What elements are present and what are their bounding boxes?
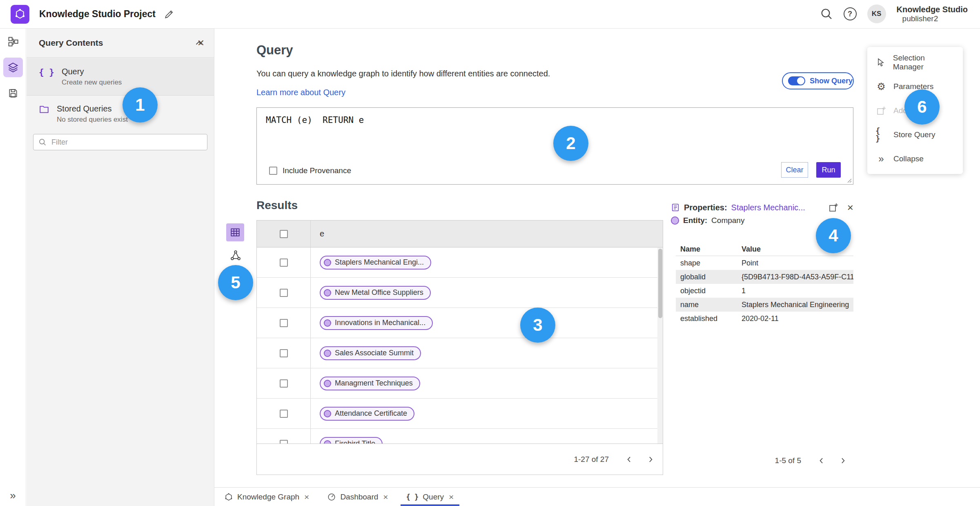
layers-icon[interactable] [3,58,23,77]
braces-icon: { } [39,67,54,95]
provenance-checkbox[interactable] [269,167,277,175]
entity-type-value: Company [711,216,744,225]
add-to-selection-icon[interactable] [829,203,838,212]
annotation-badge-2: 2 [553,126,588,161]
property-row[interactable]: name Staplers Mechanical Engineering [676,298,853,312]
panel-header: Query Contents × [27,28,214,58]
provenance-label: Include Provenance [283,166,351,175]
user-role: publisher2 [897,14,968,24]
show-query-label: Show Query [810,77,853,85]
header-actions: ? KS Knowledge Studio publisher2 [820,4,968,24]
entity-chip[interactable]: Sales Associate Summit [320,346,421,360]
properties-pagination-range: 1-5 of 5 [775,456,801,465]
main-content: Query You can query a knowledge graph to… [214,28,980,487]
row-checkbox[interactable] [280,289,288,297]
query-contents-panel: Query Contents × { } Query Create new qu… [27,28,214,506]
entity-chip[interactable]: Managment Techniques [320,377,420,390]
menu-item-collapse[interactable]: » Collapse [867,147,963,171]
previous-page-icon[interactable] [621,451,637,468]
gear-icon: ⚙ [875,82,887,91]
braces-icon: { } [406,493,419,501]
graph-view-button[interactable] [230,250,241,261]
expand-rail-icon[interactable]: » [0,489,26,502]
close-tab-icon[interactable]: × [449,493,454,501]
clear-button[interactable]: Clear [781,162,808,178]
stored-queries-texts: Stored Queries No stored queries exist [57,104,128,134]
row-checkbox[interactable] [280,440,288,444]
properties-previous-page-icon[interactable] [813,453,830,469]
sidebar-item-stored-queries[interactable]: Stored Queries No stored queries exist [27,96,214,134]
property-row[interactable]: shape Point [676,256,853,270]
save-icon[interactable] [3,83,23,103]
chevron-up-icon[interactable] [194,39,203,48]
results-pagination: 1-27 of 27 [257,444,663,475]
table-row: Attendance Certificate [257,399,663,429]
tab-dashboard[interactable]: Dashboard × [321,488,394,506]
panel-title: Query Contents [39,38,198,48]
run-button[interactable]: Run [816,162,841,178]
properties-next-page-icon[interactable] [835,453,851,469]
stored-queries-label: Stored Queries [57,104,128,114]
select-all-checkbox[interactable] [280,230,288,238]
property-row[interactable]: objectid 1 [676,284,853,298]
annotation-badge-1: 1 [122,87,158,123]
table-row: Managment Techniques [257,368,663,399]
table-row: Sales Associate Summit [257,338,663,368]
results-table: e Staplers Mechanical Engi... New Metal … [256,220,663,475]
avatar[interactable]: KS [867,4,886,23]
learn-more-link[interactable]: Learn more about Query [256,88,345,97]
table-view-button[interactable] [226,223,244,241]
property-row[interactable]: established 2020-02-11 [676,312,853,325]
row-checkbox[interactable] [280,349,288,357]
show-query-toggle[interactable]: Show Query [782,72,854,89]
entity-name-link[interactable]: Staplers Mechanic... [731,203,805,212]
menu-item-selection-manager[interactable]: Selection Manager [867,50,963,74]
row-checkbox[interactable] [280,319,288,327]
edit-title-icon[interactable] [164,9,174,20]
tab-knowledge-graph[interactable]: Knowledge Graph × [218,488,315,506]
filter-input[interactable] [51,138,202,147]
column-header-e[interactable]: e [311,221,663,247]
knowledge-graph-icon [224,493,233,502]
data-model-icon[interactable] [3,32,23,51]
menu-item-store-query[interactable]: { } Store Query [867,123,963,147]
header-checkbox-cell [257,221,311,247]
results-table-header: e [257,221,663,247]
next-page-icon[interactable] [642,451,659,468]
sidebar-item-query[interactable]: { } Query Create new queries [27,58,214,96]
properties-icon [671,203,680,212]
app-logo-icon[interactable] [11,5,29,24]
query-text[interactable]: MATCH (e) RETURN e [266,115,364,125]
tab-query[interactable]: { } Query × [401,488,460,506]
row-checkbox[interactable] [280,410,288,418]
results-scrollbar[interactable] [657,247,663,444]
entity-dot-icon [324,350,331,357]
row-checkbox[interactable] [280,259,288,267]
search-icon[interactable] [820,7,833,20]
resize-grip[interactable] [846,177,852,183]
properties-header: Properties: Staplers Mechanic... × [671,201,853,214]
entity-dot-icon [324,259,331,266]
project-title: Knowledge Studio Project [39,9,156,20]
entity-chip[interactable]: New Metal Office Suppliers [320,286,431,300]
help-icon[interactable]: ? [844,7,857,20]
entity-type-row: Entity: Company [671,216,744,225]
toggle-switch[interactable] [788,76,805,85]
scrollbar-thumb[interactable] [658,249,662,318]
property-row[interactable]: globalid {5D9B4713-F98D-4A53-A59F-C11... [676,270,853,284]
entity-chip[interactable]: Attendance Certificate [320,407,414,421]
entity-chip[interactable]: Staplers Mechanical Engi... [320,256,431,270]
folder-icon [39,104,49,134]
pagination-range: 1-27 of 27 [574,455,609,464]
entity-dot-icon [324,319,331,327]
close-tab-icon[interactable]: × [304,493,309,501]
annotation-badge-6: 6 [904,89,940,125]
close-properties-icon[interactable]: × [847,202,853,213]
entity-chip[interactable]: Innovations in Mechanical... [320,316,433,330]
table-row: New Metal Office Suppliers [257,278,663,308]
dashboard-icon [327,493,336,502]
include-provenance-option[interactable]: Include Provenance [269,166,351,175]
row-checkbox[interactable] [280,379,288,388]
close-tab-icon[interactable]: × [383,493,388,501]
entity-chip[interactable]: Firebird Title [320,437,383,444]
